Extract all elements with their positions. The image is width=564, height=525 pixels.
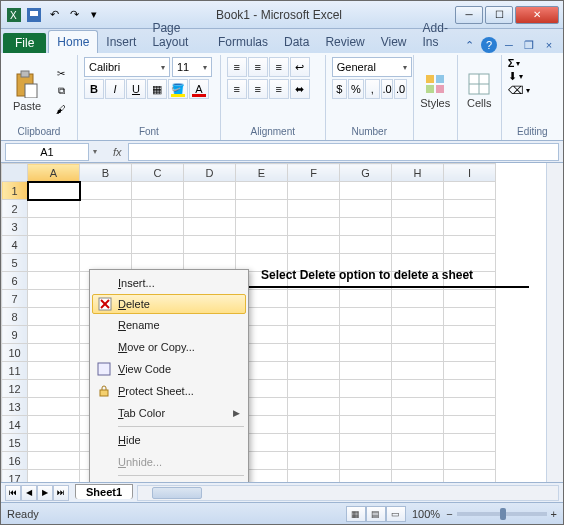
cell[interactable] [392,434,444,452]
cell[interactable] [392,308,444,326]
col-header[interactable]: F [288,164,340,182]
ctx-hide[interactable]: Hide [92,429,246,451]
row-header[interactable]: 9 [2,326,28,344]
increase-decimal-button[interactable]: .0 [381,79,393,99]
cell[interactable] [444,416,496,434]
page-break-view-button[interactable]: ▭ [386,506,406,522]
cell[interactable] [392,326,444,344]
zoom-handle[interactable] [500,508,506,520]
cell[interactable] [392,218,444,236]
nav-prev-icon[interactable]: ◀ [21,485,37,501]
cells-button[interactable]: Cells [464,57,495,125]
cell[interactable] [288,470,340,483]
cell[interactable] [28,326,80,344]
cell[interactable] [444,362,496,380]
cell[interactable] [340,344,392,362]
minimize-ribbon-icon[interactable]: ⌃ [461,37,477,53]
wrap-text-button[interactable]: ↩ [290,57,310,77]
cell[interactable] [444,398,496,416]
name-box-dropdown-icon[interactable]: ▾ [93,147,107,156]
ctx-delete[interactable]: Delete [92,294,246,314]
mdi-restore-icon[interactable]: ❐ [521,37,537,53]
cell[interactable] [392,380,444,398]
ctx-tab-color[interactable]: Tab Color▶ [92,402,246,424]
view-tab[interactable]: View [373,31,415,53]
bold-button[interactable]: B [84,79,104,99]
font-name-combo[interactable]: Calibri▾ [84,57,170,77]
cell[interactable] [392,182,444,200]
row-header[interactable]: 8 [2,308,28,326]
cell[interactable] [444,344,496,362]
ctx-rename[interactable]: Rename [92,314,246,336]
row-header[interactable]: 14 [2,416,28,434]
cell[interactable] [28,218,80,236]
ctx-select-all-sheets[interactable]: Select All Sheets [92,478,246,482]
sheet-tab-sheet1[interactable]: Sheet1 [75,484,133,499]
comma-button[interactable]: , [365,79,380,99]
cell[interactable] [340,434,392,452]
cell[interactable] [288,380,340,398]
cell[interactable] [28,470,80,483]
page-layout-tab[interactable]: Page Layout [144,17,210,53]
copy-icon[interactable]: ⧉ [51,83,71,99]
col-header[interactable]: G [340,164,392,182]
cell[interactable] [28,416,80,434]
formula-bar[interactable] [128,143,559,161]
cell[interactable] [444,200,496,218]
zoom-in-button[interactable]: + [551,508,557,520]
cut-icon[interactable]: ✂ [51,65,71,81]
cell[interactable] [236,218,288,236]
cell[interactable] [28,434,80,452]
row-header[interactable]: 2 [2,200,28,218]
cell[interactable] [28,362,80,380]
border-button[interactable]: ▦ [147,79,167,99]
font-size-combo[interactable]: 11▾ [172,57,212,77]
cell[interactable] [184,182,236,200]
row-header[interactable]: 6 [2,272,28,290]
cell[interactable] [288,416,340,434]
cell[interactable] [444,326,496,344]
redo-icon[interactable]: ↷ [65,6,83,24]
cell[interactable] [340,398,392,416]
number-format-combo[interactable]: General▾ [332,57,412,77]
row-header[interactable]: 10 [2,344,28,362]
cell[interactable] [288,218,340,236]
horizontal-scrollbar[interactable] [137,485,559,501]
cell[interactable] [392,236,444,254]
cell[interactable] [392,416,444,434]
zoom-slider[interactable]: − + [446,508,557,520]
nav-last-icon[interactable]: ⏭ [53,485,69,501]
vertical-scrollbar[interactable] [546,163,563,482]
cell[interactable] [288,290,340,308]
cell[interactable] [132,200,184,218]
cell[interactable] [444,452,496,470]
cell[interactable] [444,290,496,308]
insert-tab[interactable]: Insert [98,31,144,53]
cell[interactable] [132,218,184,236]
cell[interactable] [444,470,496,483]
scroll-thumb[interactable] [152,487,202,499]
cell[interactable] [28,452,80,470]
row-header[interactable]: 3 [2,218,28,236]
cell[interactable] [236,182,288,200]
cell[interactable] [340,416,392,434]
decrease-decimal-button[interactable]: .0 [394,79,406,99]
fill-color-button[interactable]: 🪣 [168,79,188,99]
clear-button[interactable]: ⌫▾ [508,84,557,97]
cell[interactable] [28,236,80,254]
data-tab[interactable]: Data [276,31,317,53]
cell[interactable] [28,308,80,326]
formulas-tab[interactable]: Formulas [210,31,276,53]
cell[interactable] [340,452,392,470]
cell[interactable] [28,380,80,398]
row-header[interactable]: 12 [2,380,28,398]
col-header[interactable]: H [392,164,444,182]
cell[interactable] [288,362,340,380]
zoom-out-button[interactable]: − [446,508,452,520]
fx-icon[interactable]: fx [107,146,128,158]
name-box[interactable]: A1 [5,143,89,161]
row-header[interactable]: 4 [2,236,28,254]
align-center-button[interactable]: ≡ [248,79,268,99]
zoom-track[interactable] [457,512,547,516]
cell[interactable] [80,218,132,236]
